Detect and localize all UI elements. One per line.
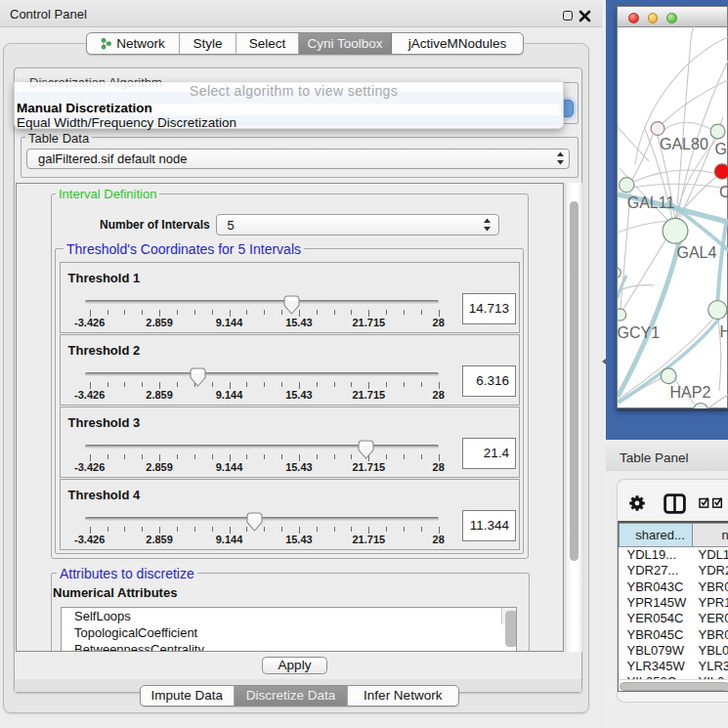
svg-text:GCY1: GCY1 [618,324,660,341]
svg-text:GAL3: GAL3 [715,141,728,157]
svg-text:GAL4: GAL4 [677,244,717,261]
svg-text:HAP2: HAP2 [670,384,711,401]
svg-text:HAP4: HAP4 [720,323,728,340]
svg-text:GAL80: GAL80 [660,136,708,152]
svg-text:GAL11: GAL11 [627,194,675,211]
svg-text:CYC8: CYC8 [719,184,728,200]
